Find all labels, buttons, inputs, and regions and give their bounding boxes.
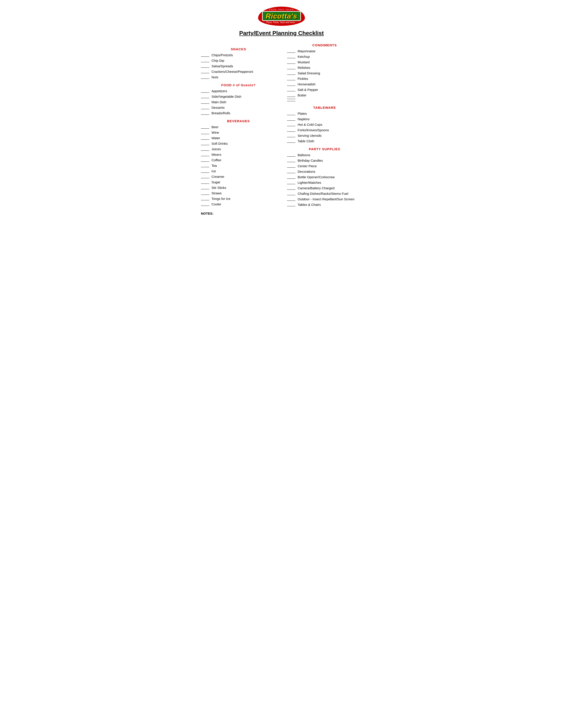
logo-outer: FOOD THAT TALKS Ricotta's Pizza, Pasta, …: [258, 7, 305, 26]
item-label: Lighter/Matches: [298, 181, 321, 185]
item-label: Bottle Opener/Corkscrew: [298, 175, 335, 179]
item-label: Mustard: [298, 60, 310, 64]
list-item: Horseradish: [287, 82, 362, 86]
food-header: FOOD # of Guests?: [201, 83, 276, 87]
item-label: Coffee: [211, 158, 221, 162]
item-label: Appetizers: [211, 89, 227, 93]
list-item: Camera/Battery Charged: [287, 186, 362, 190]
item-label: Creamer: [211, 175, 224, 179]
list-item: Crackers/Cheese/Pepperoni: [201, 70, 276, 74]
item-label: Water: [211, 136, 220, 140]
item-label: Mixers: [211, 153, 221, 157]
list-item: Side/Vegetable Dish: [201, 95, 276, 99]
item-label: Breads/Rolls: [211, 111, 230, 115]
check-line: [287, 126, 296, 126]
blank-check-line: [287, 101, 296, 101]
list-item: Beer: [201, 125, 276, 129]
list-item: Mixers: [201, 153, 276, 157]
check-line: [201, 114, 209, 115]
list-item: Cooler: [201, 202, 276, 206]
party-supplies-header: PARTY SUPPLIES: [287, 147, 362, 151]
item-label: Wine: [211, 131, 219, 135]
item-label: Straws: [211, 191, 222, 195]
list-item: Chip Dip: [201, 59, 276, 63]
item-label: Hot & Cold Cups: [298, 123, 322, 127]
check-line: [201, 98, 209, 98]
condiments-list: Mayonnaise Ketchup Mustard Relishes Sala…: [287, 49, 362, 102]
check-line: [287, 156, 296, 157]
list-item: Coffee: [201, 158, 276, 162]
check-line: [287, 178, 296, 179]
blank-line: [287, 101, 362, 102]
list-item: Creamer: [201, 175, 276, 179]
item-label: Ice: [211, 169, 216, 173]
item-label: Serving Utensils: [298, 134, 322, 138]
check-line: [201, 109, 209, 109]
list-item: Appetizers: [201, 89, 276, 93]
list-item: Mustard: [287, 60, 362, 64]
logo-tagline: FOOD THAT TALKS: [262, 8, 301, 11]
item-label: Outdoor - Insect Repellant/Sun Screen: [298, 197, 355, 201]
list-item: Hot & Cold Cups: [287, 123, 362, 127]
list-item: Mayonnaise: [287, 49, 362, 53]
item-label: Salt & Pepper: [298, 88, 318, 92]
list-item: Breads/Rolls: [201, 111, 276, 115]
snacks-header: SNACKS: [201, 47, 276, 51]
item-label: Salad Dressing: [298, 71, 320, 75]
list-item: Wine: [201, 131, 276, 135]
check-line: [201, 62, 209, 62]
check-line: [287, 206, 296, 206]
list-item: Water: [201, 136, 276, 140]
condiments-header: CONDIMENTS: [287, 43, 362, 47]
item-label: Beer: [211, 125, 218, 129]
blank-check-line: [287, 99, 296, 99]
list-item: Sugar: [201, 180, 276, 184]
item-label: Tables & Chairs: [298, 203, 321, 207]
item-label: Forks/Knives/Spoons: [298, 128, 329, 132]
blank-line: [287, 99, 362, 99]
item-label: Soft Drinks: [211, 142, 227, 146]
item-label: Tea: [211, 164, 217, 168]
item-label: Chips/Pretzels: [211, 53, 233, 57]
list-item: Tongs for Ice: [201, 197, 276, 201]
list-item: Relishes: [287, 66, 362, 70]
item-label: Relishes: [298, 66, 311, 70]
left-column: SNACKS Chips/Pretzels Chip Dip Salsa/Spr…: [201, 43, 285, 215]
check-line: [287, 167, 296, 168]
page-title: Party/Event Planning Checklist: [201, 30, 362, 37]
list-item: Tables & Chairs: [287, 203, 362, 207]
list-item: Nuts: [201, 75, 276, 79]
tableware-header: TABLEWARE: [287, 106, 362, 109]
list-item: Lighter/Matches: [287, 181, 362, 185]
list-item: Serving Utensils: [287, 134, 362, 138]
right-column: CONDIMENTS Mayonnaise Ketchup Mustard Re…: [285, 43, 362, 208]
list-item: Salsa/Spreads: [201, 64, 276, 68]
party-supplies-list: Balloons Birthday Candles Center Piece D…: [287, 153, 362, 207]
check-line: [287, 195, 296, 195]
item-label: Side/Vegetable Dish: [211, 95, 241, 99]
item-label: Butter: [298, 93, 307, 97]
list-item: Chafing Dishes/Racks/Sterno Fuel: [287, 192, 362, 196]
list-item: Butter: [287, 93, 362, 97]
check-line: [287, 58, 296, 58]
item-label: Chafing Dishes/Racks/Sterno Fuel: [298, 192, 348, 196]
item-label: Plates: [298, 112, 307, 116]
list-item: Pickles: [287, 77, 362, 81]
list-item: Bottle Opener/Corkscrew: [287, 175, 362, 179]
check-line: [201, 178, 209, 178]
list-item: Chips/Pretzels: [201, 53, 276, 57]
check-line: [287, 80, 296, 80]
item-label: Tongs for Ice: [211, 197, 230, 201]
list-item: Tea: [201, 164, 276, 168]
list-item: Main Dish: [201, 100, 276, 104]
item-label: Cooler: [211, 202, 221, 206]
list-item: Balloons: [287, 153, 362, 157]
logo-inner: Ricotta's: [262, 11, 301, 21]
food-list: Appetizers Side/Vegetable Dish Main Dish…: [201, 89, 276, 115]
check-line: [201, 189, 209, 189]
check-line: [287, 69, 296, 69]
list-item: Salt & Pepper: [287, 88, 362, 92]
list-item: Center Piece: [287, 164, 362, 168]
snacks-list: Chips/Pretzels Chip Dip Salsa/Spreads Cr…: [201, 53, 276, 79]
item-label: Salsa/Spreads: [211, 64, 233, 68]
